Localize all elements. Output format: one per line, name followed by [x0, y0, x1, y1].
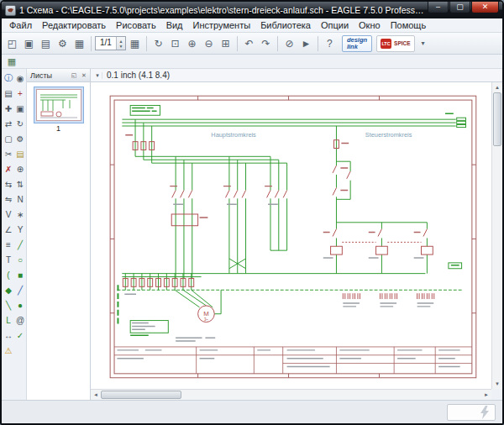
add-part-icon[interactable]: ⊕: [14, 161, 26, 176]
erc-icon[interactable]: ✓: [14, 328, 26, 343]
cam-processor-icon[interactable]: ⚙: [55, 35, 71, 51]
menu-file[interactable]: Файл: [4, 19, 37, 31]
help-icon[interactable]: ?: [322, 35, 338, 51]
polygon-icon[interactable]: ◆: [3, 282, 14, 297]
tool-glyph: ○: [18, 255, 23, 265]
menu-tools[interactable]: Инструменты: [188, 19, 256, 31]
scroll-left-icon[interactable]: ◄: [91, 390, 101, 400]
sheets-panel-header[interactable]: Листы ◱ ✕: [27, 69, 90, 82]
redraw-icon[interactable]: ↻: [150, 35, 166, 51]
eagle-window: 1 Схема - C:\EAGLE-7.5.0\projects\exampl…: [0, 0, 504, 425]
schematic-drawing[interactable]: M 3~ Hauptstromkreis Steuerstromkreis: [91, 82, 491, 389]
open-icon[interactable]: ◰: [4, 35, 20, 51]
tool-glyph: ⚠: [5, 346, 13, 355]
change-icon[interactable]: ⚙: [14, 131, 26, 146]
dimension-icon[interactable]: ↔: [3, 328, 14, 343]
minimize-button[interactable]: –: [428, 2, 449, 13]
titlebar[interactable]: 1 Схема - C:\EAGLE-7.5.0\projects\exampl…: [2, 2, 502, 18]
miter-icon[interactable]: ∠: [3, 222, 14, 237]
arc-icon[interactable]: (: [3, 267, 14, 282]
ltc-logo-icon: LTC: [381, 39, 391, 49]
vertical-scroll-track[interactable]: [492, 146, 502, 379]
redo-icon[interactable]: ↷: [258, 35, 274, 51]
menu-help[interactable]: Помощь: [386, 19, 432, 31]
zoom-in-icon[interactable]: ⊕: [184, 35, 200, 51]
tool-glyph: T: [6, 255, 11, 265]
close-panel-icon[interactable]: ✕: [80, 72, 88, 79]
maximize-button[interactable]: ▢: [449, 2, 470, 13]
ltspice-button[interactable]: LTC SPICE: [376, 35, 415, 52]
display-layers-icon[interactable]: ▤: [3, 86, 14, 101]
net-icon[interactable]: ╲: [3, 297, 14, 312]
copy-icon[interactable]: ▣: [14, 101, 26, 116]
menu-draw[interactable]: Рисовать: [111, 19, 161, 31]
marker-dropdown-icon[interactable]: ▾: [93, 72, 102, 79]
horizontal-scroll-track[interactable]: [181, 390, 481, 400]
vertical-scrollbar[interactable]: ▲ ▼: [491, 82, 502, 389]
tool-glyph: ⇋: [5, 195, 12, 204]
close-button[interactable]: ✕: [471, 2, 499, 13]
replace-icon[interactable]: ⇅: [14, 176, 26, 192]
label-icon[interactable]: L: [3, 312, 14, 328]
invoke-icon[interactable]: ≡: [3, 237, 14, 252]
toolbar-overflow-button[interactable]: ▾: [418, 39, 428, 47]
print-icon[interactable]: ▤: [38, 35, 54, 51]
save-icon[interactable]: ▣: [21, 35, 37, 51]
vertical-scroll-thumb[interactable]: [493, 92, 501, 146]
value-icon[interactable]: V: [3, 207, 14, 222]
mark-icon[interactable]: +: [14, 86, 26, 101]
scroll-down-icon[interactable]: ▼: [492, 379, 502, 389]
gateswap-icon[interactable]: ⇋: [3, 192, 14, 207]
bus-icon[interactable]: ╱: [14, 282, 26, 297]
attribute-icon[interactable]: @: [14, 312, 26, 328]
sheet-select-spinner[interactable]: ▲ ▼: [116, 37, 125, 50]
move-icon[interactable]: ✚: [3, 101, 14, 116]
spice-status-panel[interactable]: [447, 404, 496, 421]
sheet-thumbnail[interactable]: [34, 87, 84, 123]
undo-icon[interactable]: ↶: [241, 35, 257, 51]
board-editor-icon[interactable]: ▦: [71, 35, 87, 51]
cut-icon[interactable]: ✂: [3, 146, 14, 161]
menu-options[interactable]: Опции: [316, 19, 354, 31]
zoom-out-icon[interactable]: ⊖: [201, 35, 217, 51]
menu-view[interactable]: Вид: [161, 19, 188, 31]
menu-library[interactable]: Библиотека: [255, 19, 316, 31]
horizontal-scrollbar[interactable]: ◄ ►: [91, 389, 491, 400]
text-icon[interactable]: T: [3, 252, 14, 267]
tool-glyph: +: [18, 89, 23, 98]
pinswap-icon[interactable]: ⇆: [3, 176, 14, 192]
name-icon[interactable]: N: [14, 192, 26, 207]
rotate-icon[interactable]: ↻: [14, 116, 26, 131]
go-icon[interactable]: ►: [298, 35, 314, 51]
paste-icon[interactable]: ▤: [14, 146, 26, 161]
float-panel-icon[interactable]: ◱: [70, 72, 78, 79]
mirror-icon[interactable]: ⇄: [3, 116, 14, 131]
wire-icon[interactable]: ╱: [14, 237, 26, 252]
frame-grid-button[interactable]: ▦: [5, 55, 18, 68]
junction-icon[interactable]: ●: [14, 297, 26, 312]
info-icon[interactable]: ⓘ: [3, 71, 14, 86]
sheet-select-combo[interactable]: 1/1 ▲ ▼: [95, 36, 126, 50]
horizontal-scroll-thumb[interactable]: [101, 391, 181, 399]
design-link-button[interactable]: design link: [342, 35, 372, 52]
drawing-surface[interactable]: M 3~ Hauptstromkreis Steuerstromkreis: [91, 82, 491, 389]
title-block: [114, 347, 472, 374]
menu-edit[interactable]: Редактировать: [37, 19, 111, 31]
show-icon[interactable]: ◉: [14, 71, 26, 86]
circle-icon[interactable]: ○: [14, 252, 26, 267]
grid-settings-button[interactable]: ▦: [127, 35, 143, 51]
spin-down-icon[interactable]: ▼: [117, 44, 125, 49]
zoom-fit-icon[interactable]: ⊡: [167, 35, 183, 51]
scroll-up-icon[interactable]: ▲: [492, 82, 502, 92]
smash-icon[interactable]: ∗: [14, 207, 26, 222]
stop-icon[interactable]: ⊘: [281, 35, 297, 51]
errors-icon[interactable]: ⚠: [3, 343, 14, 358]
menu-window[interactable]: Окно: [354, 19, 386, 31]
delete-icon[interactable]: ✗: [3, 161, 14, 176]
scroll-right-icon[interactable]: ►: [481, 390, 491, 400]
zoom-select-icon[interactable]: ⊞: [218, 35, 234, 51]
split-icon[interactable]: Y: [14, 222, 26, 237]
group-icon[interactable]: ▢: [3, 131, 14, 146]
rect-icon[interactable]: ■: [14, 267, 26, 282]
tool-glyph: ╱: [18, 240, 23, 249]
